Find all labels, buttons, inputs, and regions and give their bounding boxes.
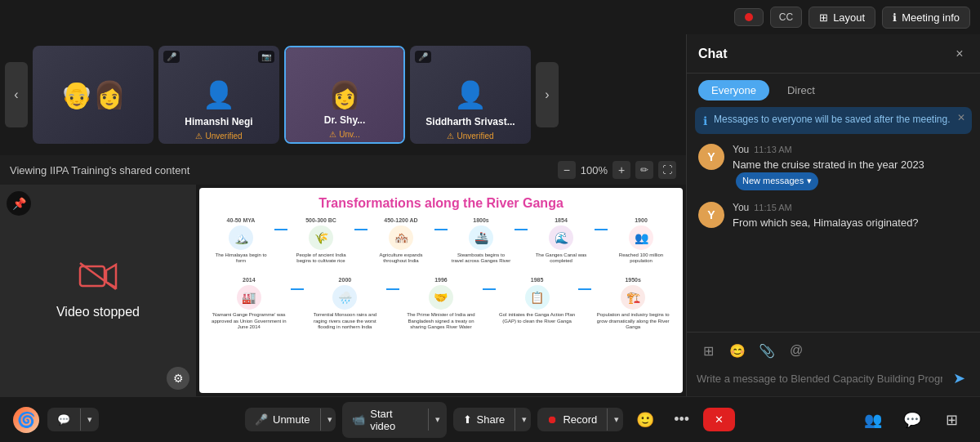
pin-icon: 📌 xyxy=(7,191,31,216)
participant-avatar: 👩 xyxy=(286,47,403,142)
main-area: ‹ 👴👩 👤 🎤 📷 Himanshi Negi ⚠ Unverified 👩 … xyxy=(0,34,980,396)
zoom-out-button[interactable]: − xyxy=(558,161,576,179)
next-arrow[interactable]: › xyxy=(536,62,559,127)
status-label: Unverified xyxy=(205,132,242,141)
avatar: Y xyxy=(698,144,724,170)
record-main-button[interactable]: ⏺ Record xyxy=(537,408,607,431)
chat-nav-button[interactable]: 💬 xyxy=(897,404,928,435)
apps-icon: ⊞ xyxy=(946,411,958,429)
unmute-split-button: 🎤 Unmute ▾ xyxy=(245,408,336,431)
chat-header: Chat × xyxy=(687,34,980,74)
layout-label: Layout xyxy=(833,11,865,24)
emoji-button[interactable]: 😊 xyxy=(726,339,749,362)
chat-panel: Chat × Everyone Direct ℹ Messages to eve… xyxy=(686,34,980,396)
unmute-label: Unmute xyxy=(273,413,310,426)
chat-title: Chat xyxy=(698,47,728,61)
share-label: Share xyxy=(477,413,506,426)
content-body: 📌 Video stopped ⚙ xyxy=(0,185,686,396)
settings-gear-button[interactable]: ⚙ xyxy=(167,367,189,390)
send-button[interactable]: ➤ xyxy=(947,367,970,390)
record-icon: ⏺ xyxy=(547,413,558,426)
top-bar: CC ⊞ Layout ℹ Meeting info xyxy=(0,0,980,34)
unverified-icon: ⚠ xyxy=(329,130,336,139)
more-button[interactable]: ••• xyxy=(666,404,697,435)
video-split-button: 📹 Start video ▾ xyxy=(342,402,446,438)
participant-thumb[interactable]: 👤 🎤 📷 Himanshi Negi ⚠ Unverified xyxy=(158,46,279,144)
participant-strip: ‹ 👴👩 👤 🎤 📷 Himanshi Negi ⚠ Unverified 👩 … xyxy=(0,34,686,155)
participants-button[interactable]: 👥 xyxy=(858,404,889,435)
video-main-button[interactable]: 📹 Start video xyxy=(342,402,427,438)
bottom-center: 🎤 Unmute ▾ 📹 Start video ▾ ⬆ Share ▾ ⏺ xyxy=(245,402,735,438)
bottom-bar: 🌀 💬 ▾ 🎤 Unmute ▾ 📹 Start video ▾ xyxy=(0,396,980,442)
shared-content-area: Viewing IIPA Training's shared content −… xyxy=(0,155,686,396)
share-main-button[interactable]: ⬆ Share xyxy=(453,408,515,431)
participant-name: Siddharth Srivast... xyxy=(410,116,531,127)
timeline: 40-50 MYA 🏔️ The Himalayas begin to form… xyxy=(211,217,671,330)
participant-status: ⚠ Unverified xyxy=(158,132,279,141)
apps-button[interactable]: ⊞ xyxy=(936,404,967,435)
layout-icon: ⊞ xyxy=(819,11,828,24)
share-icon: ⬆ xyxy=(463,413,472,426)
video-caret-button[interactable]: ▾ xyxy=(428,409,447,431)
fullscreen-button[interactable]: ⛶ xyxy=(658,161,676,179)
participant-name: Himanshi Negi xyxy=(158,116,279,127)
message-meta: You 11:15 AM xyxy=(733,202,919,213)
status-label: Unverified xyxy=(457,132,493,141)
chat-input[interactable] xyxy=(697,373,942,385)
timeline-item: 40-50 MYA 🏔️ The Himalayas begin to form xyxy=(211,217,271,264)
message-text: From which sea, Himalayas originated? xyxy=(733,216,919,230)
recording-dot xyxy=(745,13,753,21)
share-caret-button[interactable]: ▾ xyxy=(514,409,531,431)
zoom-in-button[interactable]: + xyxy=(612,161,630,179)
timeline-item: 1996 🤝 The Prime Minister of India and B… xyxy=(403,277,479,330)
chat-caret-button[interactable]: ▾ xyxy=(80,409,99,431)
layout-button[interactable]: ⊞ Layout xyxy=(808,7,875,29)
save-notice: ℹ Messages to everyone will be saved aft… xyxy=(695,107,972,134)
app-logo: 🌀 xyxy=(13,407,39,433)
video-icon: 📹 xyxy=(352,413,365,426)
chat-close-button[interactable]: × xyxy=(951,45,969,63)
video-area: ‹ 👴👩 👤 🎤 📷 Himanshi Negi ⚠ Unverified 👩 … xyxy=(0,34,686,396)
record-label: Record xyxy=(563,413,597,426)
participants-icon: 👥 xyxy=(864,411,882,429)
format-button[interactable]: ⊞ xyxy=(697,339,719,362)
timeline-item: 1985 📋 GoI initiates the Ganga Action Pl… xyxy=(499,277,576,324)
react-button[interactable]: 🙂 xyxy=(630,404,660,435)
mention-button[interactable]: @ xyxy=(785,339,808,362)
cc-button[interactable]: CC xyxy=(770,7,802,28)
participant-thumb-active[interactable]: 👩 Dr. Shy... ⚠ Unv... xyxy=(284,46,405,144)
new-messages-badge[interactable]: New messages ▾ xyxy=(736,172,818,190)
participant-thumb[interactable]: 👴👩 xyxy=(33,46,154,144)
meeting-info-button[interactable]: ℹ Meeting info xyxy=(882,7,970,29)
timeline-item: 2014 🏭 'Namami Gange Programme' was appr… xyxy=(211,277,287,330)
local-video-panel: 📌 Video stopped ⚙ xyxy=(0,185,196,396)
message-time: 11:15 AM xyxy=(754,203,791,212)
timeline-item: 2000 🌧️ Torrential Monsoon rains and rag… xyxy=(307,277,384,330)
end-call-button[interactable]: ✕ xyxy=(703,408,735,431)
timeline-item: 1800s 🚢 Steamboats begins to travel acro… xyxy=(451,217,511,264)
zoom-value: 100% xyxy=(581,164,608,176)
react-icon: 🙂 xyxy=(636,411,654,429)
participant-avatar: 👴👩 xyxy=(33,46,154,144)
unmute-main-button[interactable]: 🎤 Unmute xyxy=(245,408,320,431)
prev-arrow[interactable]: ‹ xyxy=(5,62,28,127)
unmute-caret-button[interactable]: ▾ xyxy=(320,409,336,431)
annotate-button[interactable]: ✏ xyxy=(635,161,653,179)
save-notice-close-button[interactable]: ✕ xyxy=(957,112,965,123)
record-caret-button[interactable]: ▾ xyxy=(607,409,623,431)
cam-off-icon: 📷 xyxy=(258,51,274,63)
participant-thumb[interactable]: 👤 🎤 Siddharth Srivast... ⚠ Unverified xyxy=(410,46,531,144)
slide-content: Transformations along the River Ganga 40… xyxy=(199,188,683,393)
unverified-icon: ⚠ xyxy=(195,132,203,141)
chat-main-button[interactable]: 💬 xyxy=(47,408,80,431)
chat-message: Y You 11:13 AM Name the cruise strated i… xyxy=(698,144,969,190)
tab-direct[interactable]: Direct xyxy=(774,80,828,100)
mic-off-icon: 🎤 xyxy=(415,51,431,63)
participant-name: Dr. Shy... xyxy=(286,114,403,126)
timeline-item: 450-1200 AD 🏘️ Agriculture expands throu… xyxy=(371,217,431,264)
start-video-label: Start video xyxy=(370,408,417,432)
video-stopped-area: Video stopped xyxy=(0,185,196,396)
tab-everyone[interactable]: Everyone xyxy=(698,80,769,100)
attachment-button[interactable]: 📎 xyxy=(755,339,778,362)
share-split-button: ⬆ Share ▾ xyxy=(453,408,532,431)
